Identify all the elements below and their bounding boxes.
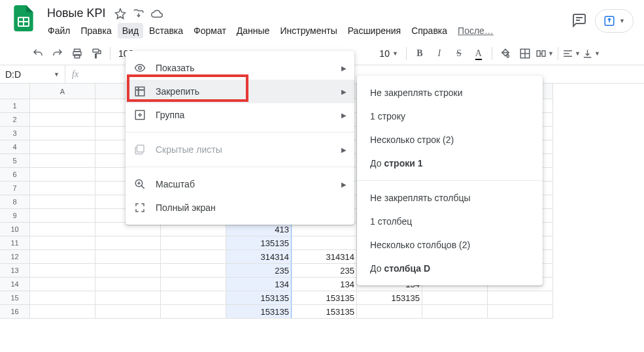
menu-вставка[interactable]: Вставка — [144, 23, 188, 39]
cell[interactable] — [30, 168, 95, 182]
col-header-A[interactable]: A — [30, 84, 95, 99]
row-header[interactable]: 6 — [0, 168, 30, 182]
menu-history[interactable]: После… — [453, 23, 498, 39]
row-header[interactable]: 2 — [0, 113, 30, 127]
cell[interactable] — [30, 236, 95, 250]
cell[interactable]: 235 — [292, 264, 357, 278]
borders-button[interactable] — [516, 45, 534, 62]
cell[interactable] — [161, 250, 226, 264]
cell[interactable] — [161, 305, 226, 319]
cell[interactable] — [30, 278, 95, 291]
menu-item-Группа[interactable]: Группа▶ — [126, 103, 354, 127]
cell[interactable] — [30, 154, 95, 168]
cell[interactable]: 413 — [226, 223, 292, 236]
row-header[interactable]: 14 — [0, 278, 30, 291]
submenu-item[interactable]: Несколько строк (2) — [357, 128, 543, 152]
row-header[interactable]: 7 — [0, 182, 30, 195]
cell[interactable] — [95, 264, 161, 278]
bold-button[interactable]: B — [411, 45, 429, 62]
cell[interactable] — [30, 113, 95, 127]
redo-button[interactable] — [48, 45, 67, 62]
font-size[interactable]: 10 ▼ — [375, 48, 402, 59]
cell[interactable] — [161, 236, 226, 250]
comments-icon[interactable] — [571, 12, 587, 30]
submenu-item[interactable]: До строки 1 — [357, 152, 543, 175]
submenu-item[interactable]: 1 строку — [357, 104, 543, 128]
star-icon[interactable] — [114, 7, 127, 20]
cell[interactable] — [95, 291, 161, 305]
submenu-item[interactable]: Несколько столбцов (2) — [357, 233, 543, 257]
cell[interactable] — [30, 291, 95, 305]
cell[interactable]: 235 — [226, 264, 292, 278]
row-header[interactable]: 8 — [0, 195, 30, 209]
menu-правка[interactable]: Правка — [76, 23, 116, 39]
menu-item-Закрепить[interactable]: Закрепить▶ — [126, 80, 354, 103]
menu-файл[interactable]: Файл — [43, 23, 75, 39]
cell[interactable] — [95, 236, 161, 250]
cell[interactable] — [30, 127, 95, 140]
menu-формат[interactable]: Формат — [189, 23, 231, 39]
move-icon[interactable] — [132, 7, 145, 20]
row-header[interactable]: 5 — [0, 154, 30, 168]
cell[interactable]: 314314 — [226, 250, 292, 264]
menu-вид[interactable]: Вид — [118, 23, 143, 39]
doc-title[interactable]: Новые KPI — [44, 5, 109, 22]
submenu-item[interactable]: До столбца D — [357, 257, 543, 280]
cell[interactable]: 153135 — [226, 291, 292, 305]
h-align-button[interactable]: ▼ — [562, 45, 581, 62]
cell[interactable] — [30, 195, 95, 209]
cell[interactable] — [488, 291, 553, 305]
menu-item-Показать[interactable]: Показать▶ — [126, 56, 354, 80]
cell[interactable] — [95, 278, 161, 291]
cell[interactable]: 153135 — [292, 305, 357, 319]
row-header[interactable]: 3 — [0, 127, 30, 140]
cell[interactable]: 153135 — [357, 291, 422, 305]
strikethrough-button[interactable]: S — [450, 45, 468, 62]
cell[interactable] — [30, 250, 95, 264]
menu-item-Масштаб[interactable]: Масштаб▶ — [126, 172, 354, 196]
row-header[interactable]: 15 — [0, 291, 30, 305]
cell[interactable]: 134 — [226, 278, 292, 291]
cell[interactable] — [30, 99, 95, 113]
paint-format-button[interactable] — [88, 45, 106, 62]
name-box[interactable]: D:D▼ — [0, 65, 65, 83]
cell[interactable]: 134 — [292, 278, 357, 291]
row-header[interactable]: 1 — [0, 99, 30, 113]
cell[interactable]: 153135 — [292, 291, 357, 305]
cell[interactable] — [161, 223, 226, 236]
cell[interactable] — [95, 250, 161, 264]
cell[interactable]: 314314 — [292, 250, 357, 264]
cell[interactable] — [30, 209, 95, 223]
row-header[interactable]: 16 — [0, 305, 30, 319]
menu-item-Полный экран[interactable]: Полный экран — [126, 196, 354, 219]
row-header[interactable]: 13 — [0, 264, 30, 278]
cell[interactable] — [422, 291, 488, 305]
select-all-corner[interactable] — [0, 84, 30, 99]
cell[interactable] — [161, 291, 226, 305]
cell[interactable] — [422, 305, 488, 319]
menu-инструменты[interactable]: Инструменты — [275, 23, 341, 39]
submenu-item[interactable]: 1 столбец — [357, 210, 543, 233]
cell[interactable] — [161, 278, 226, 291]
row-header[interactable]: 12 — [0, 250, 30, 264]
row-header[interactable]: 11 — [0, 236, 30, 250]
cell[interactable] — [30, 182, 95, 195]
cell[interactable] — [30, 264, 95, 278]
cell[interactable] — [488, 305, 553, 319]
cell[interactable]: 135135 — [226, 236, 292, 250]
cell[interactable] — [292, 223, 357, 236]
share-button[interactable]: ▼ — [595, 9, 634, 33]
undo-button[interactable] — [29, 45, 47, 62]
cell[interactable] — [30, 223, 95, 236]
sheets-logo[interactable] — [10, 5, 37, 31]
menu-данные[interactable]: Данные — [232, 23, 275, 39]
menu-справка[interactable]: Справка — [407, 23, 452, 39]
cell[interactable]: 153135 — [226, 305, 292, 319]
v-align-button[interactable]: ▼ — [582, 45, 600, 62]
cell[interactable] — [95, 305, 161, 319]
row-header[interactable]: 9 — [0, 209, 30, 223]
submenu-item[interactable]: Не закреплять строки — [357, 81, 543, 104]
menu-расширения[interactable]: Расширения — [343, 23, 405, 39]
cell[interactable] — [95, 223, 161, 236]
cell[interactable] — [30, 140, 95, 154]
